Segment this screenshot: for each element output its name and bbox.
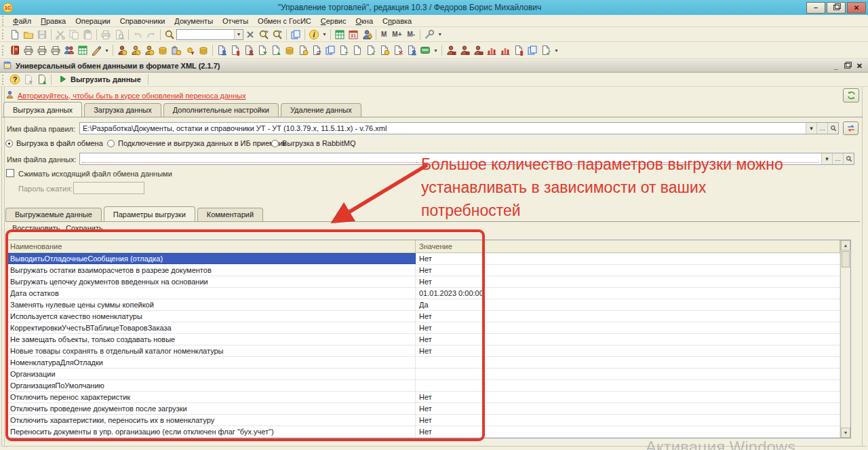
- data-search-icon[interactable]: [843, 153, 854, 164]
- rules-browse-button[interactable]: …: [816, 123, 827, 134]
- child-close-button[interactable]: ✕: [856, 62, 863, 71]
- undo-icon[interactable]: [131, 28, 144, 41]
- menu-item[interactable]: Справочники: [115, 16, 170, 26]
- menu-item[interactable]: Отчеты: [218, 16, 253, 26]
- scroll-up-icon[interactable]: ▲: [841, 240, 850, 250]
- find-next-icon[interactable]: [257, 28, 271, 41]
- param-name-cell[interactable]: ОрганизацияПоУмолчанию: [7, 380, 416, 391]
- help-button[interactable]: ?: [8, 73, 22, 86]
- quick-search-input[interactable]: [177, 30, 234, 39]
- param-name-cell[interactable]: Переносить документы в упр. организацию …: [7, 426, 416, 437]
- compress-checkbox[interactable]: [6, 169, 14, 177]
- param-value-cell[interactable]: Нет: [416, 276, 840, 287]
- export-mode-radio[interactable]: Выгрузка в файл обмена: [5, 139, 103, 147]
- info-dropdown-icon[interactable]: ▾: [321, 28, 328, 41]
- table-row[interactable]: Не замещать объекты, только создавать но…: [7, 334, 840, 345]
- documents-pair-icon[interactable]: [323, 44, 337, 57]
- client-document-icon[interactable]: [405, 44, 418, 57]
- param-value-cell[interactable]: [416, 357, 840, 368]
- table-row[interactable]: ОрганизацияПоУмолчанию: [7, 380, 840, 392]
- bank-payment-icon[interactable]: [170, 44, 183, 57]
- restore-button[interactable]: [827, 2, 846, 14]
- supplier-document-icon[interactable]: [242, 44, 256, 57]
- data-browse-button[interactable]: …: [832, 153, 843, 164]
- menu-item[interactable]: Правка: [36, 16, 71, 26]
- table-row[interactable]: Дата остатков01.01.2023 0:00:00: [7, 288, 840, 299]
- writeoff-document-icon[interactable]: -: [351, 44, 364, 57]
- param-value-cell[interactable]: Нет: [416, 403, 840, 414]
- minimize-button[interactable]: –: [806, 2, 825, 14]
- param-name-cell[interactable]: Организации: [7, 369, 416, 379]
- table-row[interactable]: Отключить проведение документов после за…: [7, 403, 840, 415]
- table-row[interactable]: Организации: [7, 369, 840, 380]
- menu-item[interactable]: Обмен с ГосИС: [253, 16, 316, 26]
- report-suppliers-icon[interactable]: [471, 44, 485, 57]
- param-value-cell[interactable]: Нет: [416, 334, 840, 345]
- table-row[interactable]: Отключить характеристики, переносить их …: [7, 415, 840, 426]
- scroll-down-icon[interactable]: ▼: [841, 428, 850, 438]
- table-row[interactable]: Новые товары сохранять в отдельный катал…: [7, 345, 840, 357]
- data-file-field[interactable]: ▾ …: [79, 153, 854, 165]
- customer-invoice-icon[interactable]: [129, 44, 142, 57]
- param-name-cell[interactable]: Отключить перенос характеристик: [7, 392, 416, 402]
- redo-icon[interactable]: [144, 28, 158, 41]
- menu-item[interactable]: Сервис: [316, 16, 351, 26]
- child-restore-button[interactable]: [844, 63, 850, 69]
- param-value-cell[interactable]: Нет: [416, 253, 840, 264]
- save-settings-icon[interactable]: ▴: [35, 73, 49, 86]
- calculator-icon[interactable]: [333, 28, 347, 41]
- buyer-document-icon[interactable]: [215, 44, 229, 57]
- export-data-button[interactable]: Выгрузить данные: [54, 74, 146, 86]
- scroll-thumb[interactable]: [842, 251, 850, 267]
- child-minimize-button[interactable]: _: [834, 62, 838, 70]
- document-flag-icon[interactable]: ▮: [229, 44, 242, 57]
- service-tools-icon[interactable]: [422, 28, 436, 41]
- table-row[interactable]: Выгружать цепочку документов введенных н…: [7, 276, 840, 288]
- param-value-cell[interactable]: Да: [416, 299, 840, 310]
- trade-dropdown-1-icon[interactable]: ▾: [103, 44, 111, 57]
- counterparties-icon[interactable]: [62, 44, 76, 57]
- table-row[interactable]: Используется качество номенклатурыНет: [7, 311, 840, 322]
- tab-outer-4[interactable]: Удаление данных: [281, 103, 361, 117]
- tab-inner-3[interactable]: Комментарий: [197, 208, 263, 221]
- search-dropdown-icon[interactable]: ▾: [234, 30, 243, 39]
- param-value-cell[interactable]: Нет: [416, 415, 840, 426]
- menu-item[interactable]: Справка: [378, 16, 416, 26]
- report-buyers-icon[interactable]: [458, 44, 471, 57]
- save-params-link[interactable]: Сохранить: [66, 224, 103, 232]
- report-approved-icon[interactable]: ✓: [539, 44, 553, 57]
- clear-search-icon[interactable]: [243, 28, 257, 41]
- info-icon[interactable]: i: [307, 28, 321, 41]
- shipment-document-icon[interactable]: ▴: [269, 44, 283, 57]
- param-value-cell[interactable]: Нет: [416, 322, 840, 333]
- table-row[interactable]: КорректировкиУчестьВТаблицеТоваровЗаказа…: [7, 322, 840, 334]
- print-icon[interactable]: [99, 28, 113, 41]
- rules-search-icon[interactable]: [827, 123, 838, 134]
- find-icon[interactable]: [163, 28, 176, 41]
- open-file-icon[interactable]: [22, 28, 35, 41]
- rules-file-field[interactable]: E:\Разработка\Документы, остатки и справ…: [79, 122, 839, 134]
- param-name-cell[interactable]: Выгружать цепочку документов введенных н…: [7, 276, 416, 287]
- data-dropdown-icon[interactable]: ▾: [821, 153, 832, 164]
- param-value-cell[interactable]: [416, 369, 840, 379]
- outgoing-cash-icon[interactable]: ▾: [183, 44, 197, 57]
- menu-item[interactable]: Файл: [8, 16, 36, 26]
- save-icon[interactable]: [35, 28, 49, 41]
- menu-item[interactable]: Окна: [351, 16, 378, 26]
- close-button[interactable]: ✕: [847, 2, 866, 14]
- param-value-cell[interactable]: Нет: [416, 311, 840, 322]
- cut-icon[interactable]: [54, 28, 67, 41]
- print-label-icon[interactable]: [49, 44, 62, 57]
- param-value-cell[interactable]: Нет: [416, 392, 840, 402]
- param-name-cell[interactable]: Заменять нулевые цены суммы копейкой: [7, 299, 416, 310]
- print-preview-icon[interactable]: [113, 28, 126, 41]
- paste-icon[interactable]: [81, 28, 94, 41]
- param-name-cell[interactable]: Используется качество номенклатуры: [7, 311, 416, 322]
- param-name-cell[interactable]: НоменклатураДляОтладки: [7, 357, 416, 368]
- param-value-cell[interactable]: [416, 380, 840, 391]
- print-invoice-icon[interactable]: [35, 44, 49, 57]
- user-permissions-icon[interactable]: [360, 28, 374, 41]
- param-value-cell[interactable]: 01.01.2023 0:00:00: [416, 288, 840, 299]
- service-dropdown-icon[interactable]: ▾: [436, 28, 443, 41]
- print-document-icon[interactable]: [22, 44, 35, 57]
